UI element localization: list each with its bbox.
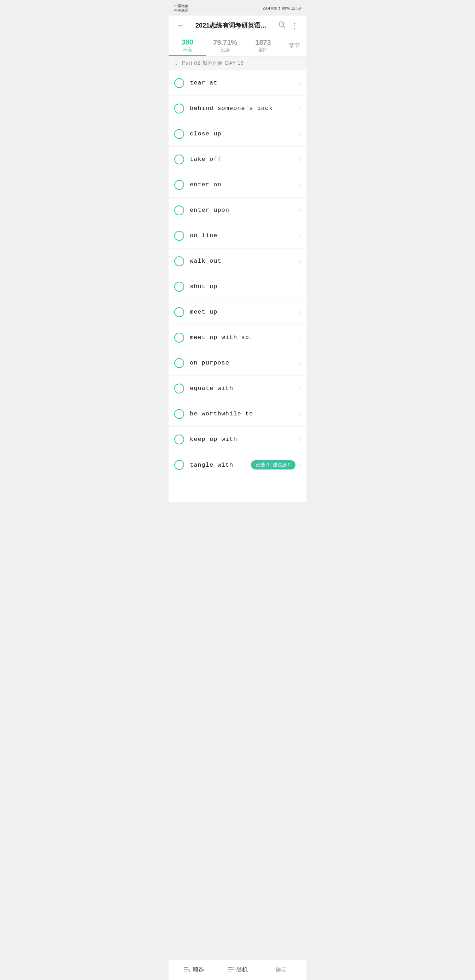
svg-point-0: [279, 22, 284, 27]
checkbox-8[interactable]: [174, 282, 184, 292]
word-text-7: walk out: [190, 258, 299, 264]
all-count: 1873: [255, 38, 271, 47]
checkbox-14[interactable]: [174, 434, 184, 444]
tab-all[interactable]: 1873 全部: [244, 35, 282, 56]
tab-selected[interactable]: 79.71% 已选: [207, 35, 244, 56]
word-text-2: close up: [190, 130, 299, 137]
chevron-down-icon: ⌄: [174, 60, 178, 66]
word-text-8: shut up: [190, 283, 299, 290]
word-item-9[interactable]: meet up ›: [168, 299, 307, 325]
chevron-right-11: ›: [299, 360, 301, 366]
top-nav: ← 2021恋练有词考研英语… ⋮: [168, 16, 307, 35]
chevron-right-9: ›: [299, 309, 301, 315]
selected-pct: 79.71%: [213, 38, 237, 47]
battery-level: 99%: [282, 6, 289, 10]
word-item-5[interactable]: enter upon ›: [168, 197, 307, 223]
checkbox-7[interactable]: [174, 256, 184, 266]
checkbox-13[interactable]: [174, 409, 184, 419]
svg-line-1: [283, 26, 285, 27]
tab-chapter[interactable]: 章节: [282, 35, 307, 56]
random-label: 随机: [237, 966, 248, 974]
chevron-right-2: ›: [299, 131, 301, 137]
more-button[interactable]: ⋮: [288, 19, 301, 32]
word-item-1[interactable]: behind someone's back ›: [168, 96, 307, 121]
checkbox-2[interactable]: [174, 129, 184, 139]
chevron-right-5: ›: [299, 207, 301, 213]
checkbox-6[interactable]: [174, 231, 184, 241]
back-button[interactable]: ←: [174, 19, 187, 32]
word-text-5: enter upon: [190, 207, 299, 213]
chevron-right-12: ›: [299, 385, 301, 392]
word-item-6[interactable]: on line ›: [168, 223, 307, 248]
checkbox-1[interactable]: [174, 103, 184, 113]
section-header[interactable]: ⌄ Part 02 加分词组 DAY 18: [168, 57, 307, 70]
carrier-info: 中国电信 中国联通: [174, 3, 188, 13]
word-item-3[interactable]: take off ›: [168, 147, 307, 172]
word-text-14: keep up with: [190, 436, 299, 442]
word-text-3: take off: [190, 156, 299, 162]
back-arrow-icon: ←: [177, 21, 184, 30]
chevron-right-10: ›: [299, 334, 301, 341]
search-button[interactable]: [275, 19, 288, 32]
chevron-right-4: ›: [299, 182, 301, 188]
checkbox-15[interactable]: [174, 460, 184, 470]
chevron-right-6: ›: [299, 232, 301, 239]
checkbox-9[interactable]: [174, 307, 184, 317]
confirm-button[interactable]: 确定: [259, 966, 303, 974]
speed-indicator: 29.4 K/s: [262, 6, 277, 10]
confirm-label: 确定: [276, 966, 287, 974]
unselected-count: 380: [181, 38, 193, 46]
bluetooth-icon: ‡: [278, 6, 280, 10]
word-text-12: equate with: [190, 385, 299, 392]
word-item-11[interactable]: on purpose ›: [168, 350, 307, 376]
checkbox-0[interactable]: [174, 78, 184, 88]
word-item-8[interactable]: shut up ›: [168, 274, 307, 299]
selected-label: 已选: [221, 47, 230, 53]
word-item-2[interactable]: close up ›: [168, 121, 307, 147]
unselected-label: 未选: [183, 46, 192, 52]
word-item-7[interactable]: walk out ›: [168, 248, 307, 274]
checkbox-4[interactable]: [174, 180, 184, 190]
status-bar: 中国电信 中国联通 29.4 K/s ‡ 99% 12:59: [168, 0, 307, 16]
word-text-13: be worthwhile to: [190, 410, 299, 417]
word-text-11: on purpose: [190, 360, 299, 366]
word-item-4[interactable]: enter on ›: [168, 172, 307, 197]
checkbox-11[interactable]: [174, 358, 184, 368]
word-item-15[interactable]: tangle with 已选 0 | 建议选 0 ›: [168, 452, 307, 477]
checkbox-12[interactable]: [174, 383, 184, 393]
chevron-right-15: ›: [299, 462, 301, 468]
status-right: 29.4 K/s ‡ 99% 12:59: [262, 6, 301, 10]
word-item-12[interactable]: equate with ›: [168, 376, 307, 401]
tab-bar: 380 未选 79.71% 已选 1873 全部 章节: [168, 35, 307, 57]
chevron-right-1: ›: [299, 105, 301, 112]
word-text-10: meet up with sb.: [190, 334, 299, 341]
selection-badge: 已选 0 | 建议选 0: [251, 460, 295, 469]
word-text-1: behind someone's back: [190, 105, 299, 112]
checkbox-3[interactable]: [174, 154, 184, 164]
chapter-label: 章节: [289, 42, 300, 49]
sequential-label: 顺选: [192, 966, 204, 974]
bottom-bar: 顺选 随机 确定: [168, 959, 307, 980]
sequential-sort-icon: [183, 966, 191, 974]
checkbox-10[interactable]: [174, 332, 184, 342]
all-label: 全部: [258, 47, 267, 53]
sequential-sort-button[interactable]: 顺选: [172, 960, 216, 980]
tab-unselected[interactable]: 380 未选: [168, 35, 206, 56]
search-icon: [278, 21, 286, 30]
chevron-right-0: ›: [299, 80, 301, 86]
word-item-13[interactable]: be worthwhile to ›: [168, 401, 307, 427]
word-item-14[interactable]: keep up with ›: [168, 427, 307, 452]
chevron-right-13: ›: [299, 411, 301, 417]
random-sort-button[interactable]: 随机: [216, 960, 259, 980]
section-title: Part 02 加分词组 DAY 18: [182, 60, 244, 67]
word-text-0: tear at: [190, 80, 299, 86]
chevron-right-14: ›: [299, 436, 301, 442]
word-item-10[interactable]: meet up with sb. ›: [168, 325, 307, 350]
word-item-0[interactable]: tear at ›: [168, 70, 307, 96]
word-text-9: meet up: [190, 309, 299, 315]
word-list: tear at › behind someone's back › close …: [168, 70, 307, 503]
chevron-right-8: ›: [299, 283, 301, 290]
word-text-15: tangle with: [190, 462, 251, 468]
clock: 12:59: [291, 6, 301, 10]
checkbox-5[interactable]: [174, 205, 184, 215]
